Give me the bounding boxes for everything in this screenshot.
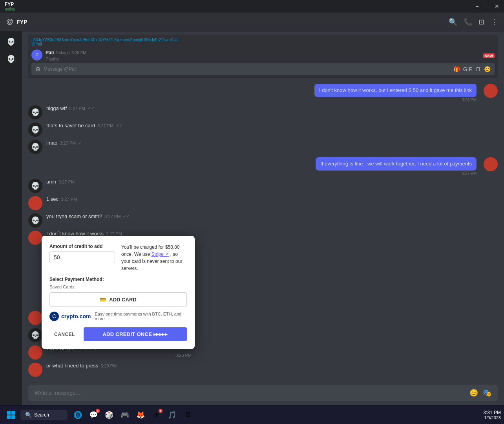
message-incoming-7: 1 sec 3:27 PM — [28, 195, 498, 211]
chat-contact-name: FYP — [16, 19, 27, 25]
crypto-row: ⬡ crypto.com Easy one time payments with… — [49, 312, 187, 321]
stripe-link[interactable]: Stripe ↗ — [152, 251, 169, 257]
msg-text-2: nigga wtf — [46, 105, 67, 111]
chat-area: p334gYZB3d2B3SndsYmxrJoBnbXFxdXY%2F-Krpm… — [22, 31, 504, 405]
amount-input[interactable] — [49, 251, 115, 263]
search-icon[interactable]: 🔍 — [449, 18, 457, 26]
msg-time-8: 3:27 PM — [104, 214, 121, 219]
taskbar-search[interactable]: 🔍 Search — [20, 410, 68, 420]
chat-header: @ FYP 🔍 📞 ⊡ ⋮ — [0, 13, 504, 31]
taskbar-firefox[interactable]: 🦊 — [133, 408, 148, 422]
gif-icon[interactable]: GIF — [463, 66, 472, 72]
sidebar-avatar-1[interactable]: 💀 — [4, 35, 18, 49]
message-incoming-4: 💀 lmao 3:27 PM ✓ — [28, 139, 498, 155]
taskbar: 🔍 Search 🌐 💬 1 🎲 🎮 🦊 ✈ 4 🎵 🖥 3:31 PM 1/9… — [0, 405, 504, 424]
add-credit-button[interactable]: ADD CREDIT ONCE ▸▸▸▸▸ — [84, 327, 187, 341]
start-button[interactable] — [3, 409, 19, 421]
message-incoming-6: 💀 umh 3:27 PM — [28, 178, 498, 194]
more-icon[interactable]: ⋮ — [491, 18, 498, 26]
msg-time-2: 3:27 PM — [69, 106, 85, 111]
incoming-content-4: lmao 3:27 PM ✓ — [46, 140, 82, 146]
msg-time-7: 3:27 PM — [61, 197, 77, 202]
pali-avatar: P — [31, 50, 42, 61]
message-incoming-3: 💀 thats to savet he card 3:27 PM ✓✓ — [28, 122, 498, 138]
pali-info: Pali Today at 3:26 PM Paying — [46, 49, 86, 61]
emoji-icon[interactable]: 😊 — [469, 389, 478, 397]
phone-icon[interactable]: 📞 — [464, 18, 472, 26]
message-avatar-13 — [28, 363, 42, 377]
add-card-label: ADD CARD — [109, 297, 136, 303]
minimize-button[interactable]: − — [475, 3, 478, 9]
saved-cards-label: Saved Cards: — [49, 285, 187, 289]
gift-icon[interactable]: 🎁 — [453, 66, 460, 72]
credit-card-icon: 💳 — [100, 297, 106, 303]
msg-text-8: you tryna scam or smth? — [46, 213, 102, 219]
message-avatar-2: 💀 — [28, 105, 42, 119]
chat-header-left: @ FYP — [6, 18, 27, 26]
dialog-actions: CANCEL ADD CREDIT ONCE ▸▸▸▸▸ — [49, 327, 187, 341]
outgoing-bubble-5: If everything is fine - we will work tog… — [316, 157, 477, 176]
taskbar-minecraft[interactable]: 🎲 — [102, 408, 116, 422]
taskbar-telegram[interactable]: ✈ 4 — [149, 408, 163, 422]
taskbar-time-main: 3:31 PM — [483, 410, 501, 415]
msg-time-6: 3:27 PM — [58, 180, 75, 184]
message-avatar-outgoing-1 — [484, 84, 498, 98]
payment-dialog: Amount of credit to add You'll be charge… — [42, 236, 195, 349]
taskbar-spotify[interactable]: 🎵 — [165, 408, 179, 422]
add-card-button[interactable]: 💳 ADD CARD — [49, 292, 187, 307]
maximize-button[interactable]: □ — [485, 3, 488, 9]
taskbar-unknown[interactable]: 🖥 — [181, 408, 195, 422]
dialog-left-col: Amount of credit to add — [49, 244, 115, 272]
incoming-content-6: umh 3:27 PM — [46, 179, 75, 185]
chat-messages-wrapper: p334gYZB3d2B3SndsYmxrJoBnbXFxdXY%2F-Krpm… — [22, 31, 504, 405]
incoming-content-7: 1 sec 3:27 PM — [46, 196, 77, 202]
message-incoming-13: or what I need to press 3:29 PM — [28, 362, 498, 378]
emoji-icon[interactable]: 😊 — [484, 66, 491, 72]
app-title: FYP — [5, 2, 15, 7]
msg-text-4: lmao — [46, 140, 57, 146]
incoming-content-13: or what I need to press 3:29 PM — [46, 363, 117, 369]
incoming-content-3: thats to savet he card 3:27 PM ✓✓ — [46, 123, 123, 128]
taskbar-time: 3:31 PM 1/9/2023 — [483, 410, 501, 420]
check-2: ✓✓ — [88, 106, 95, 111]
discord-badge: 1 — [96, 409, 100, 413]
chat-header-icons: 🔍 📞 ⊡ ⋮ — [449, 18, 498, 26]
message-avatar-6: 💀 — [28, 179, 42, 193]
msg-text-7: 1 sec — [46, 196, 58, 202]
msg-time-3: 3:27 PM — [97, 123, 113, 128]
message-avatar-4: 💀 — [28, 140, 42, 154]
message-avatar-10 — [28, 311, 42, 325]
new-badge-wrapper: NEW — [483, 51, 495, 59]
sidebar-avatar-2[interactable]: 💀 — [4, 52, 18, 66]
sticker-icon[interactable]: 🗒 — [475, 66, 481, 72]
dm-icon: @ — [6, 18, 13, 26]
plus-icon: ⊕ — [35, 65, 40, 73]
cancel-button[interactable]: CANCEL — [49, 329, 80, 340]
msg-inline-7: 1 sec 3:27 PM — [46, 196, 77, 202]
message-avatar-8: 💀 — [28, 213, 42, 228]
crypto-name: crypto.com — [61, 313, 91, 319]
main-area: 💀 💀 p334gYZB3d2B3SndsYmxrJoBnbXFxdXY%2F-… — [0, 31, 504, 405]
title-bar-controls: − □ ✕ — [475, 3, 499, 9]
msg-inline-8: you tryna scam or smth? 3:27 PM ✓✓ — [46, 213, 130, 219]
msg-time-4: 3:27 PM — [60, 141, 76, 145]
pali-input-placeholder: Message @Pali — [44, 66, 450, 72]
bubble-time-1: 3:26 PM — [314, 98, 477, 102]
input-placeholder: Write a message... — [35, 390, 466, 396]
msg-inline-4: lmao 3:27 PM ✓ — [46, 140, 82, 146]
pali-input-bar[interactable]: ⊕ Message @Pali 🎁 GIF 🗒 😊 — [31, 63, 495, 75]
message-incoming-2: 💀 nigga wtf 3:27 PM ✓✓ — [28, 105, 498, 120]
message-avatar-7 — [28, 196, 42, 210]
bubble-text-1: I don't know how it works, but I entered… — [314, 84, 477, 97]
taskbar-chrome[interactable]: 🌐 — [71, 408, 85, 422]
message-avatar-9 — [28, 231, 42, 245]
taskbar-steam[interactable]: 🎮 — [118, 408, 132, 422]
layout-icon[interactable]: ⊡ — [478, 18, 484, 26]
check-8: ✓✓ — [123, 214, 130, 219]
close-button[interactable]: ✕ — [495, 3, 499, 9]
app-status: online — [5, 7, 15, 11]
smiley-icon[interactable]: 🎭 — [483, 389, 491, 397]
input-icons: 😊 🎭 — [469, 389, 491, 397]
taskbar-discord[interactable]: 💬 1 — [86, 408, 100, 422]
input-box: Write a message... 😊 🎭 — [28, 385, 498, 401]
